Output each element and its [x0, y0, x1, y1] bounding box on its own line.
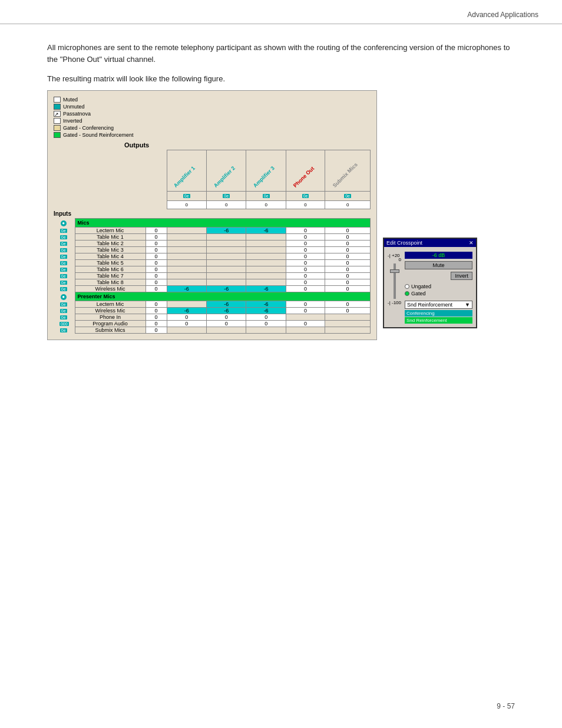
table8-submix[interactable]: 0 [325, 279, 371, 286]
gain-phone[interactable]: 0 [286, 201, 325, 209]
table6-amp1[interactable] [167, 266, 206, 273]
pres-lectern-submix[interactable]: 0 [325, 301, 371, 308]
gain-amp1[interactable]: 0 [167, 201, 206, 209]
phone-in-gain[interactable]: 0 [146, 314, 167, 321]
table5-submix[interactable]: 0 [325, 260, 371, 266]
ungated-radio[interactable] [405, 284, 409, 289]
table2-gain[interactable]: 0 [146, 241, 167, 247]
table6-amp3[interactable] [246, 266, 286, 273]
reinforcement-dropdown[interactable]: Snd Reinforcement ▼ [405, 301, 472, 309]
close-icon[interactable]: ✕ [469, 240, 474, 246]
pres-wireless-amp2[interactable]: -6 [206, 308, 246, 314]
phone-in-submix[interactable] [325, 314, 371, 321]
table1-phone[interactable]: 0 [286, 234, 325, 241]
table2-submix[interactable]: 0 [325, 241, 371, 247]
pres-lectern-amp2[interactable]: -6 [206, 301, 246, 308]
pres-wireless-amp1[interactable]: -6 [167, 308, 206, 314]
table3-amp1[interactable] [167, 247, 206, 253]
table1-amp3[interactable] [246, 234, 286, 241]
col-icon-amp2[interactable]: 0e [206, 192, 246, 201]
phone-in-amp1[interactable]: 0 [167, 314, 206, 321]
submix-amp1[interactable] [167, 327, 206, 334]
submix-amp3[interactable] [246, 327, 286, 334]
submix-amp2[interactable] [206, 327, 246, 334]
table1-amp1[interactable] [167, 234, 206, 241]
table7-submix[interactable]: 0 [325, 273, 371, 279]
table8-gain[interactable]: 0 [146, 279, 167, 286]
phone-in-amp3[interactable]: 0 [246, 314, 286, 321]
lectern-submix[interactable]: 0 [325, 228, 371, 234]
table4-amp1[interactable] [167, 253, 206, 260]
table2-amp3[interactable] [246, 241, 286, 247]
table3-phone[interactable]: 0 [286, 247, 325, 253]
table3-amp2[interactable] [206, 247, 246, 253]
lectern-amp3[interactable]: -6 [246, 228, 286, 234]
table8-phone[interactable]: 0 [286, 279, 325, 286]
table5-phone[interactable]: 0 [286, 260, 325, 266]
wireless-mics-amp1[interactable]: -6 [167, 286, 206, 292]
pres-wireless-amp3[interactable]: -6 [246, 308, 286, 314]
col-icon-phone[interactable]: 0e [286, 192, 325, 201]
lectern-amp1[interactable] [167, 228, 206, 234]
table3-amp3[interactable] [246, 247, 286, 253]
table2-amp2[interactable] [206, 241, 246, 247]
gain-submix[interactable]: 0 [325, 201, 371, 209]
table5-amp3[interactable] [246, 260, 286, 266]
table3-gain[interactable]: 0 [146, 247, 167, 253]
wireless-mics-gain[interactable]: 0 [146, 286, 167, 292]
mics-expand-icon[interactable]: ● [61, 220, 67, 226]
table7-amp2[interactable] [206, 273, 246, 279]
gain-amp2[interactable]: 0 [206, 201, 246, 209]
volume-slider-thumb[interactable] [390, 269, 399, 273]
wireless-mics-amp2[interactable]: -6 [206, 286, 246, 292]
submix-phone[interactable] [286, 327, 325, 334]
gated-radio[interactable] [405, 291, 409, 296]
table6-phone[interactable]: 0 [286, 266, 325, 273]
table5-amp2[interactable] [206, 260, 246, 266]
table5-gain[interactable]: 0 [146, 260, 167, 266]
program-audio-amp2[interactable]: 0 [206, 321, 246, 327]
table4-amp3[interactable] [246, 253, 286, 260]
table6-gain[interactable]: 0 [146, 266, 167, 273]
pres-lectern-amp1[interactable] [167, 301, 206, 308]
table1-gain[interactable]: 0 [146, 234, 167, 241]
table3-submix[interactable]: 0 [325, 247, 371, 253]
pres-lectern-amp3[interactable]: -6 [246, 301, 286, 308]
col-icon-amp3[interactable]: 0e [246, 192, 286, 201]
table4-amp2[interactable] [206, 253, 246, 260]
pres-lectern-gain[interactable]: 0 [146, 301, 167, 308]
lectern-phone[interactable]: 0 [286, 228, 325, 234]
presenter-expand-icon[interactable]: ● [61, 294, 67, 300]
table6-submix[interactable]: 0 [325, 266, 371, 273]
table4-phone[interactable]: 0 [286, 253, 325, 260]
program-audio-amp3[interactable]: 0 [246, 321, 286, 327]
table4-gain[interactable]: 0 [146, 253, 167, 260]
mute-button[interactable]: Mute [405, 261, 472, 269]
lectern-amp2[interactable]: -6 [206, 228, 246, 234]
program-audio-gain[interactable]: 0 [146, 321, 167, 327]
program-audio-submix[interactable] [325, 321, 371, 327]
invert-button[interactable]: Invert [451, 272, 472, 280]
phone-in-amp2[interactable]: 0 [206, 314, 246, 321]
table6-amp2[interactable] [206, 266, 246, 273]
pres-wireless-gain[interactable]: 0 [146, 308, 167, 314]
program-audio-amp1[interactable]: 0 [167, 321, 206, 327]
submix-submix[interactable] [325, 327, 371, 334]
pres-wireless-submix[interactable]: 0 [325, 308, 371, 314]
table8-amp1[interactable] [167, 279, 206, 286]
col-icon-submix[interactable]: 0e [325, 192, 371, 201]
table7-phone[interactable]: 0 [286, 273, 325, 279]
pres-wireless-phone[interactable]: 0 [286, 308, 325, 314]
table1-amp2[interactable] [206, 234, 246, 241]
table7-gain[interactable]: 0 [146, 273, 167, 279]
wireless-mics-phone[interactable]: 0 [286, 286, 325, 292]
table4-submix[interactable]: 0 [325, 253, 371, 260]
program-audio-phone[interactable]: 0 [286, 321, 325, 327]
ungated-option[interactable]: Ungated [405, 284, 472, 289]
lectern-gain[interactable]: 0 [146, 228, 167, 234]
wireless-mics-amp3[interactable]: -6 [246, 286, 286, 292]
col-icon-amp1[interactable]: 0e [167, 192, 206, 201]
table2-phone[interactable]: 0 [286, 241, 325, 247]
gated-option[interactable]: Gated [405, 291, 472, 297]
gain-amp3[interactable]: 0 [246, 201, 286, 209]
